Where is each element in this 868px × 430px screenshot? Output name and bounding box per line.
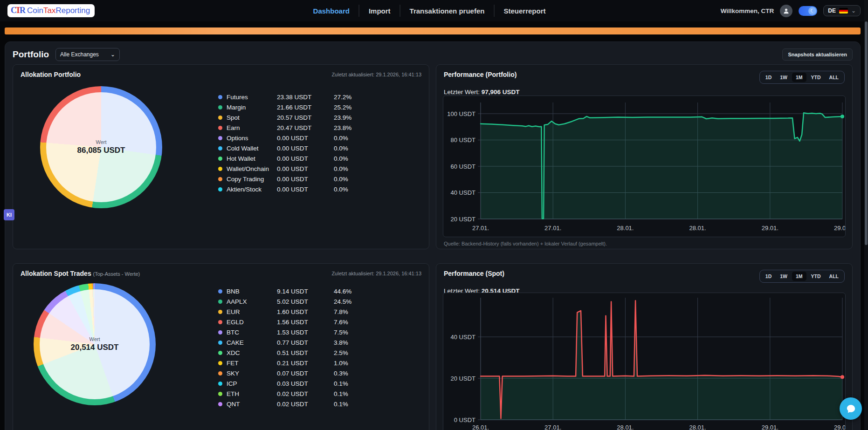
- range-button-1w[interactable]: 1W: [776, 73, 791, 82]
- legend-value: 9.14 USDT: [277, 288, 334, 295]
- range-button-ytd[interactable]: YTD: [807, 73, 825, 82]
- chat-widget-button[interactable]: [840, 397, 862, 420]
- svg-text:28.01.: 28.01.: [617, 424, 634, 430]
- ki-assistant-button[interactable]: KI: [4, 209, 14, 220]
- user-avatar[interactable]: [780, 5, 792, 17]
- last-updated-text: Zuletzt aktualisiert: 29.1.2026, 16:41:1…: [331, 71, 421, 77]
- legend-percent: 0.0%: [334, 186, 366, 193]
- range-button-1m[interactable]: 1M: [792, 272, 806, 281]
- range-button-1d[interactable]: 1D: [762, 73, 775, 82]
- language-select[interactable]: DE ⌄: [823, 5, 861, 16]
- legend-percent: 0.0%: [334, 155, 366, 162]
- exchange-filter-select[interactable]: Alle Exchanges ⌄: [55, 48, 120, 61]
- donut-center-label: Wert: [96, 139, 106, 145]
- legend-row-spot: Spot20.57 USDT23.9%: [218, 112, 366, 123]
- donut-center: Wert 86,085 USDT: [40, 86, 162, 208]
- allocation-portfolio-card: Allokation Portfolio Zuletzt aktualisier…: [13, 64, 429, 249]
- portfolio-donut-chart[interactable]: Wert 86,085 USDT: [40, 86, 162, 208]
- legend-row-aktien-stock: Aktien/Stock0.00 USDT0.0%: [218, 184, 366, 194]
- legend-label: SKY: [227, 370, 277, 377]
- legend-value: 0.00 USDT: [277, 176, 334, 183]
- legend-dot: [218, 402, 222, 406]
- legend-percent: 7.5%: [334, 329, 366, 336]
- legend-row-earn: Earn20.47 USDT23.8%: [218, 123, 366, 133]
- legend-value: 0.07 USDT: [277, 370, 334, 377]
- legend-value: 0.21 USDT: [277, 360, 334, 367]
- legend-percent: 0.1%: [334, 401, 366, 408]
- last-updated-text: Zuletzt aktualisiert: 29.1.2026, 16:41:1…: [331, 270, 421, 276]
- cards-row-1: Allokation Portfolio Zuletzt aktualisier…: [13, 64, 853, 249]
- spot-donut-chart[interactable]: Wert 20,514 USDT: [34, 283, 156, 405]
- legend-label: Margin: [227, 104, 277, 111]
- legend-row-hot-wallet: Hot Wallet0.00 USDT0.0%: [218, 153, 366, 164]
- legend-percent: 44.6%: [334, 288, 366, 295]
- range-button-1m[interactable]: 1M: [792, 73, 806, 82]
- legend-row-copy-trading: Copy Trading0.00 USDT0.0%: [218, 174, 366, 184]
- legend-label: Spot: [227, 114, 277, 121]
- spot-line-chart[interactable]: 40 USDT20 USDT0 USDT26.01.27.01.28.01.28…: [443, 293, 846, 430]
- legend-value: 0.00 USDT: [277, 155, 334, 162]
- legend-percent: 7.6%: [334, 319, 366, 326]
- legend-row-xdc: XDC0.51 USDT2.5%: [218, 348, 366, 358]
- snapshots-refresh-button[interactable]: Snapshots aktualisieren: [782, 48, 853, 61]
- legend-value: 0.00 USDT: [277, 186, 334, 193]
- legend-row-wallet-onchain: Wallet/Onchain0.00 USDT0.0%: [218, 164, 366, 174]
- svg-text:20 USDT: 20 USDT: [451, 375, 476, 382]
- line-chart-svg: 100 USDT80 USDT60 USDT40 USDT20 USDT27.0…: [443, 96, 846, 237]
- legend-label: QNT: [227, 401, 277, 408]
- legend-row-futures: Futures23.38 USDT27.2%: [218, 92, 366, 102]
- nav-link-transaktionen-pruefen[interactable]: Transaktionen pruefen: [410, 7, 485, 15]
- legend-row-eth: ETH0.02 USDT0.1%: [218, 389, 366, 399]
- svg-text:40 USDT: 40 USDT: [451, 334, 476, 341]
- performance-spot-card: Performance (Spot) 1D1W1MYTDALL Letzter …: [436, 263, 853, 430]
- nav-link-import[interactable]: Import: [369, 7, 391, 15]
- portfolio-line-chart[interactable]: 100 USDT80 USDT60 USDT40 USDT20 USDT27.0…: [443, 96, 846, 237]
- legend-percent: 23.8%: [334, 124, 366, 131]
- svg-text:29.01.: 29.01.: [762, 225, 778, 232]
- legend-dot: [218, 116, 222, 120]
- legend-percent: 24.5%: [334, 298, 366, 305]
- welcome-text: Willkommen, CTR: [721, 7, 774, 14]
- exchange-filter-value: Alle Exchanges: [60, 51, 99, 58]
- range-button-all[interactable]: ALL: [826, 272, 842, 281]
- nav-link-steuerreport[interactable]: Steuerreport: [503, 7, 545, 15]
- app-logo[interactable]: CTR CoinTaxReporting: [7, 4, 95, 17]
- legend-value: 0.77 USDT: [277, 339, 334, 346]
- range-button-all[interactable]: ALL: [826, 73, 842, 82]
- legend-dot: [218, 300, 222, 304]
- legend-label: Cold Wallet: [227, 145, 277, 152]
- time-range-selector: 1D1W1MYTDALL: [759, 71, 845, 84]
- svg-text:27.01.: 27.01.: [544, 225, 561, 232]
- legend-value: 21.66 USDT: [277, 104, 334, 111]
- legend-percent: 1.0%: [334, 360, 366, 367]
- legend-label: EUR: [227, 308, 277, 315]
- last-value-line: Letzter Wert: 97,906 USDT: [436, 84, 852, 96]
- svg-text:20 USDT: 20 USDT: [451, 216, 476, 223]
- legend-dot: [218, 187, 222, 191]
- legend-label: Copy Trading: [227, 176, 277, 183]
- legend-value: 1.60 USDT: [277, 308, 334, 315]
- legend-percent: 0.0%: [334, 135, 366, 142]
- legend-dot: [218, 341, 222, 345]
- donut-center: Wert 20,514 USDT: [34, 283, 156, 405]
- legend-dot: [218, 167, 222, 171]
- portfolio-panel: Portfolio Alle Exchanges ⌄ Snapshots akt…: [5, 41, 861, 430]
- legend-percent: 27.2%: [334, 94, 366, 101]
- legend-dot: [218, 351, 222, 355]
- range-button-1d[interactable]: 1D: [762, 272, 775, 281]
- nav-link-dashboard[interactable]: Dashboard: [313, 7, 350, 15]
- legend-value: 1.56 USDT: [277, 319, 334, 326]
- moon-icon: ☾: [808, 7, 816, 15]
- range-button-1w[interactable]: 1W: [776, 272, 791, 281]
- vertical-scrollbar[interactable]: [864, 0, 868, 430]
- legend-label: Options: [227, 135, 277, 142]
- legend-label: Earn: [227, 124, 277, 131]
- theme-toggle[interactable]: ☾: [799, 6, 817, 16]
- scrollbar-thumb[interactable]: [865, 21, 868, 245]
- legend-dot: [218, 95, 222, 99]
- range-button-ytd[interactable]: YTD: [807, 272, 825, 281]
- person-icon: [783, 7, 790, 14]
- legend-label: XDC: [227, 349, 277, 356]
- legend-label: Aktien/Stock: [227, 186, 277, 193]
- page-title: Portfolio: [13, 49, 49, 60]
